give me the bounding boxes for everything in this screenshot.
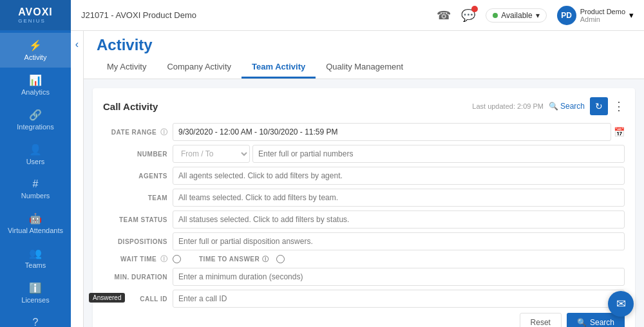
wait-time-radio: [173, 255, 181, 263]
agents-input[interactable]: [173, 167, 625, 185]
calendar-icon[interactable]: 📅: [614, 127, 625, 137]
sidebar-item-label: Numbers: [21, 192, 50, 200]
team-input[interactable]: [173, 189, 625, 207]
float-chat-button[interactable]: ✉: [608, 291, 634, 317]
filter-row-call-id: CALL ID: [103, 290, 625, 308]
reset-button[interactable]: Reset: [520, 313, 562, 327]
refresh-button[interactable]: ↻: [590, 97, 608, 115]
tab-team-activity[interactable]: Team Activity: [242, 57, 316, 79]
user-pill[interactable]: PD Product Demo Admin ▾: [557, 6, 634, 25]
page-header: Activity My ActivityCompany ActivityTeam…: [84, 31, 644, 79]
call-activity-card: Call Activity Last updated: 2:09 PM 🔍 Se…: [93, 88, 635, 327]
team-status-label: TEAM STATUS: [103, 216, 167, 223]
team-status-input[interactable]: [173, 210, 625, 229]
date-range-group: 📅: [173, 123, 625, 141]
status-chevron-icon: ▾: [536, 11, 540, 20]
wait-time-radio-input[interactable]: [173, 255, 181, 263]
topbar-title: J21071 - AVOXI Product Demo: [81, 10, 429, 20]
time-to-answer-radio-input[interactable]: [276, 255, 285, 263]
topbar: J21071 - AVOXI Product Demo ☎ 💬 Availabl…: [71, 0, 644, 31]
wait-info-icon: ⓘ: [160, 255, 168, 263]
min-duration-label: MIN. DURATION: [103, 274, 167, 281]
tta-info-icon: ⓘ: [262, 256, 269, 263]
team-label: TEAM: [103, 194, 167, 201]
support-icon: ?: [33, 317, 39, 327]
status-pill[interactable]: Available ▾: [486, 8, 546, 23]
virtual-attendants-icon: 🤖: [29, 212, 42, 225]
licenses-icon: ℹ️: [29, 282, 42, 294]
sidebar-item-licenses[interactable]: ℹ️Licenses: [0, 276, 71, 310]
search-link-text: Search: [560, 102, 585, 111]
number-select[interactable]: From / To: [173, 145, 250, 163]
dispositions-label: DISPOSITIONS: [103, 238, 167, 245]
dispositions-input[interactable]: [173, 232, 625, 250]
sidebar-item-label: Users: [26, 158, 45, 165]
card-title: Call Activity: [103, 101, 158, 112]
sidebar-item-label: Analytics: [21, 88, 50, 96]
card-actions: Last updated: 2:09 PM 🔍 Search ↻ ⋮: [472, 97, 625, 115]
sidebar-item-users[interactable]: 👤Users: [0, 137, 71, 172]
tabs: My ActivityCompany ActivityTeam Activity…: [97, 57, 631, 79]
call-id-input[interactable]: [173, 290, 625, 308]
sidebar-item-analytics[interactable]: 📊Analytics: [0, 68, 71, 102]
filter-row-agents: AGENTS: [103, 167, 625, 185]
tab-company-activity[interactable]: Company Activity: [156, 57, 242, 79]
sidebar-logo: AVOXI GENIUS: [0, 0, 71, 30]
phone-icon[interactable]: ☎: [437, 8, 451, 23]
filter-row-date: DATE RANGE ⓘ 📅: [103, 123, 625, 141]
sidebar-item-label: Activity: [24, 53, 47, 61]
form-actions: Reset 🔍 Search: [103, 313, 625, 327]
avatar: PD: [557, 6, 576, 25]
sidebar-nav: ⚡Activity📊Analytics🔗Integrations👤Users#N…: [0, 33, 71, 327]
teams-icon: 👥: [29, 247, 42, 259]
time-to-answer-radio: [276, 255, 285, 263]
users-icon: 👤: [29, 144, 42, 156]
wait-time-label: WAIT TIME ⓘ: [103, 254, 167, 264]
sidebar-item-support[interactable]: ?Support: [0, 310, 71, 327]
sidebar-item-integrations[interactable]: 🔗Integrations: [0, 102, 71, 137]
sidebar-item-numbers[interactable]: #Numbers: [0, 172, 71, 206]
date-range-input[interactable]: [173, 123, 611, 141]
date-info-icon: ⓘ: [160, 128, 168, 136]
sidebar-item-label: Licenses: [21, 296, 49, 304]
sidebar: AVOXI GENIUS ⚡Activity📊Analytics🔗Integra…: [0, 0, 71, 327]
card-header: Call Activity Last updated: 2:09 PM 🔍 Se…: [103, 97, 625, 115]
filter-grid: DATE RANGE ⓘ 📅 NUMBER From: [103, 123, 625, 308]
call-id-label: CALL ID: [103, 295, 167, 303]
page-area: ‹ Activity My ActivityCompany ActivityTe…: [71, 31, 644, 327]
user-info: Product Demo Admin: [580, 8, 625, 23]
tab-quality-management[interactable]: Quality Management: [316, 57, 413, 79]
filter-row-wait: WAIT TIME ⓘ TIME TO ANSWER ⓘ: [103, 254, 625, 264]
page-title: Activity: [97, 36, 631, 54]
sidebar-item-virtual-attendants[interactable]: 🤖Virtual Attendants: [0, 206, 71, 241]
search-btn-icon: 🔍: [577, 318, 587, 327]
number-group: From / To: [173, 145, 625, 163]
message-badge: [471, 6, 478, 12]
main-wrapper: J21071 - AVOXI Product Demo ☎ 💬 Availabl…: [71, 0, 644, 327]
user-chevron-icon: ▾: [629, 10, 634, 20]
activity-icon: ⚡: [29, 39, 42, 51]
message-icon[interactable]: 💬: [461, 8, 475, 23]
number-label: NUMBER: [103, 151, 167, 158]
filter-row-number: NUMBER From / To: [103, 145, 625, 163]
numbers-icon: #: [33, 178, 39, 190]
tab-my-activity[interactable]: My Activity: [97, 57, 156, 79]
sidebar-item-teams[interactable]: 👥Teams: [0, 241, 71, 276]
sidebar-item-label: Teams: [25, 261, 46, 269]
filter-row-team: TEAM: [103, 189, 625, 207]
sidebar-toggle[interactable]: ‹: [71, 31, 84, 327]
search-btn-label: Search: [590, 318, 614, 327]
more-icon[interactable]: ⋮: [613, 99, 625, 113]
sidebar-item-activity[interactable]: ⚡Activity: [0, 33, 71, 68]
filter-row-min-duration: MIN. DURATION: [103, 268, 625, 286]
logo-sub: GENIUS: [18, 18, 53, 24]
filter-row-team-status: TEAM STATUS: [103, 210, 625, 229]
min-duration-input[interactable]: [173, 268, 625, 286]
search-link[interactable]: 🔍 Search: [549, 102, 585, 111]
integrations-icon: 🔗: [29, 109, 42, 121]
time-to-answer-label: TIME TO ANSWER ⓘ: [199, 255, 269, 264]
sidebar-item-label: Virtual Attendants: [8, 227, 63, 234]
number-input[interactable]: [252, 145, 625, 163]
last-updated-label: Last updated: 2:09 PM: [472, 102, 544, 110]
content-area: Activity My ActivityCompany ActivityTeam…: [84, 31, 644, 327]
